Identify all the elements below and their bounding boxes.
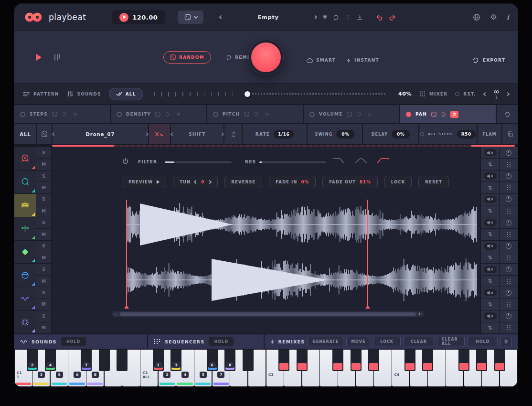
filter-slider[interactable] (165, 161, 232, 163)
all-steps-value[interactable]: R50 (457, 130, 476, 139)
track-select-hihat-closed[interactable] (14, 194, 36, 217)
move-button[interactable]: MOVE (346, 337, 370, 346)
sample-end-marker[interactable] (367, 200, 368, 308)
track-mute-speaker-wave[interactable] (481, 287, 499, 298)
key-as2[interactable] (243, 350, 254, 371)
track-knob-wave[interactable] (500, 287, 518, 298)
track-shift-arrows-tom[interactable]: ⇅ (481, 276, 499, 287)
track-select-shaker[interactable] (14, 241, 36, 264)
track-shift-arrows-kick[interactable]: ⇅ (481, 159, 499, 170)
keyboard[interactable]: 356824572471368C11C2ALLC3C4 (14, 350, 518, 387)
pitch-radio[interactable] (213, 112, 218, 117)
steps-dice-icon[interactable] (52, 112, 57, 117)
instant-button[interactable]: INSTANT (340, 54, 385, 66)
key-ds3[interactable] (297, 350, 308, 371)
lowpass-filter-icon[interactable] (333, 157, 345, 163)
reload-preset-icon[interactable] (333, 14, 339, 21)
tab-steps[interactable]: STEPS (14, 105, 110, 123)
track-mute-speaker-hihat-closed[interactable] (481, 194, 499, 205)
sample-selector[interactable]: Drone_07 (53, 124, 148, 144)
preset-next-button[interactable] (313, 15, 317, 19)
tab-density[interactable]: DENSITY (111, 105, 206, 123)
fade-in-control[interactable]: FADE IN 0% (269, 176, 316, 188)
export-button[interactable]: EXPORT (472, 54, 505, 66)
tab-sounds[interactable]: SOUNDS (67, 91, 101, 97)
shift-control[interactable]: SHIFT (171, 124, 223, 144)
slider-knob[interactable] (245, 91, 250, 97)
exclude-sample-button[interactable] (149, 124, 170, 144)
solo-button-wave[interactable]: S (36, 287, 51, 298)
redo-icon[interactable] (389, 14, 396, 21)
all-cell[interactable]: ALL (14, 124, 36, 144)
key-gs3[interactable] (351, 350, 362, 371)
highpass-filter-icon[interactable] (377, 157, 389, 163)
sequencers-hold-button[interactable]: HOLD (209, 337, 234, 346)
key-fs4[interactable] (458, 350, 469, 371)
mixer-button[interactable]: MIXER (419, 91, 447, 97)
track-knob-hihat-closed[interactable] (500, 194, 518, 205)
track-expand-corner[interactable] (32, 329, 35, 332)
remix-lock-button[interactable]: LOCK (373, 337, 401, 346)
shift-left-button[interactable] (170, 132, 174, 136)
track-select-hihat-open[interactable] (14, 217, 36, 240)
reset-button[interactable]: RST. (455, 92, 476, 96)
track-knob-tom[interactable] (500, 264, 518, 275)
loop-region-end[interactable] (471, 145, 515, 147)
density-dice-icon[interactable] (155, 112, 160, 117)
key-as1[interactable] (117, 350, 128, 371)
sample-next-button[interactable] (145, 132, 149, 136)
all-steps-control[interactable]: ALL STEPS R50 (419, 124, 477, 144)
preset-prev-button[interactable] (219, 15, 223, 19)
pan-power-icon[interactable] (450, 111, 458, 118)
key-fs3[interactable] (332, 350, 343, 371)
ai-menu-button[interactable] (178, 11, 203, 24)
scrollbar-handle[interactable] (120, 312, 416, 316)
track-mute-speaker-hihat-open[interactable] (481, 217, 499, 228)
tab-volume[interactable]: VOLUME (304, 105, 399, 123)
generate-button[interactable]: GENERATE (308, 337, 343, 346)
mute-button-hihat-open[interactable]: M (36, 229, 51, 240)
sample-prev-button[interactable] (52, 132, 56, 136)
density-loop-icon[interactable] (165, 112, 170, 117)
track-expand-corner[interactable] (32, 213, 35, 216)
key-ds4[interactable] (422, 350, 433, 371)
track-drag-handle-snap[interactable] (500, 322, 518, 333)
track-mute-speaker-snare[interactable] (481, 171, 499, 182)
preset-name[interactable]: Empty (228, 14, 308, 21)
tune-up-button[interactable] (208, 180, 212, 184)
undo-icon[interactable] (375, 14, 383, 21)
track-shift-arrows-shaker[interactable]: ⇅ (481, 252, 499, 263)
loop-region-start[interactable] (52, 145, 114, 147)
track-mute-speaker-shaker[interactable] (481, 241, 499, 252)
track-shift-arrows-wave[interactable]: ⇅ (481, 299, 499, 310)
settings-gear-icon[interactable]: ⚙ (490, 13, 497, 21)
bpm-display[interactable]: 120.00 (112, 10, 165, 24)
track-knob-kick[interactable] (500, 147, 518, 158)
mute-button-wave[interactable]: M (36, 299, 51, 310)
steps-radio[interactable] (20, 112, 25, 117)
res-slider[interactable] (259, 161, 326, 163)
random-button[interactable]: RANDOM (163, 51, 211, 64)
global-loop-button[interactable] (497, 105, 518, 123)
track-select-tom[interactable] (14, 264, 36, 287)
track-drag-handle-tom[interactable] (500, 276, 518, 287)
steps-loop-icon[interactable] (62, 112, 67, 117)
track-drag-handle-hihat-open[interactable] (500, 229, 518, 240)
track-expand-corner[interactable] (32, 236, 35, 239)
smart-button[interactable]: SMART (300, 54, 342, 66)
track-knob-hihat-open[interactable] (500, 217, 518, 228)
solo-button-kick[interactable]: S (36, 147, 51, 158)
track-mute-speaker-tom[interactable] (481, 264, 499, 275)
piano-roll-icon[interactable] (53, 53, 62, 61)
preview-button[interactable]: PREVIEW (122, 176, 166, 188)
track-knob-snap[interactable] (500, 310, 518, 321)
page-next-button[interactable] (506, 92, 510, 96)
clear-all-button[interactable]: CLEAR ALL (437, 337, 465, 346)
info-icon[interactable]: i (507, 13, 509, 21)
solo-button-snare[interactable]: S (36, 171, 51, 182)
play-button[interactable] (36, 54, 42, 61)
mute-button-shaker[interactable]: M (36, 252, 51, 263)
sounds-hold-button[interactable]: HOLD (61, 337, 86, 346)
key-gs4[interactable] (476, 350, 487, 371)
track-knob-snare[interactable] (500, 171, 518, 182)
